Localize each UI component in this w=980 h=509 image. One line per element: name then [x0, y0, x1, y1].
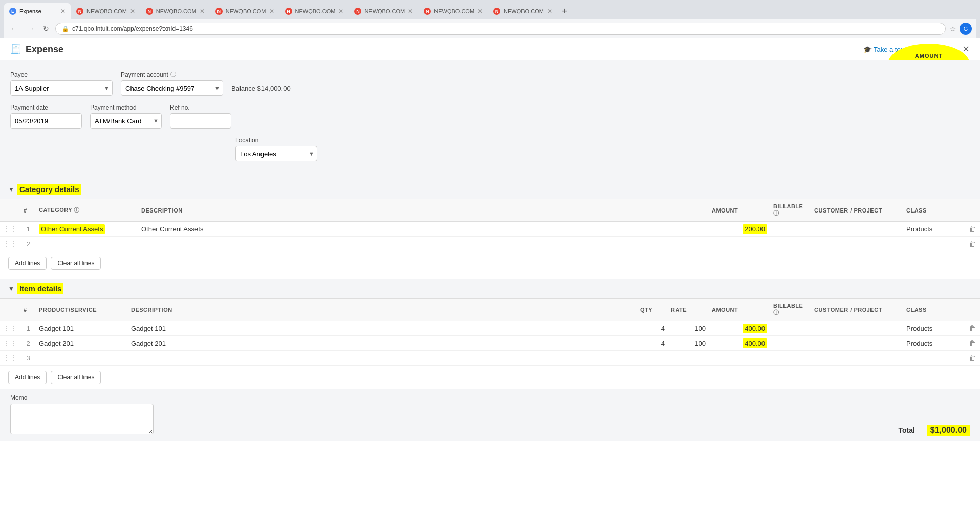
category-toggle-icon[interactable]: ▼	[8, 186, 14, 193]
tab-close-7[interactable]: ✕	[477, 8, 483, 15]
item-row3-class[interactable]	[903, 351, 965, 366]
bookmark-button[interactable]: ☆	[950, 23, 956, 35]
item-row3-description[interactable]	[128, 351, 637, 366]
tab-close-4[interactable]: ✕	[269, 8, 274, 15]
billable-col-info-icon[interactable]: ⓘ	[773, 210, 779, 216]
row2-category[interactable]	[36, 237, 138, 251]
payment-account-row: Chase Checking #9597 ▼ Balance $14,000.0…	[121, 80, 291, 96]
row2-num: 2	[20, 237, 36, 251]
item-row3-rate[interactable]	[668, 351, 709, 366]
item-row1-billable[interactable]	[770, 321, 811, 336]
tab-4[interactable]: N NEWQBO.COM ✕	[210, 3, 279, 19]
item-row2-drag[interactable]: ⋮⋮	[0, 336, 20, 351]
row2-customer[interactable]	[811, 237, 903, 251]
tab-close-expense[interactable]: ✕	[60, 8, 66, 15]
tab-6[interactable]: N NEWQBO.COM ✕	[349, 3, 418, 19]
row1-drag[interactable]: ⋮⋮	[0, 222, 20, 237]
item-row3-delete[interactable]: 🗑	[965, 351, 980, 366]
item-row1-delete[interactable]: 🗑	[965, 321, 980, 336]
row2-billable[interactable]	[770, 237, 811, 251]
item-row2-customer[interactable]	[811, 336, 903, 351]
row1-delete[interactable]: 🗑	[965, 222, 980, 237]
tab-close-3[interactable]: ✕	[200, 8, 205, 15]
item-add-lines-button[interactable]: Add lines	[8, 371, 47, 384]
item-amount-value-2: 400.00	[743, 338, 767, 348]
item-toggle-icon[interactable]: ▼	[8, 285, 14, 292]
row2-drag[interactable]: ⋮⋮	[0, 237, 20, 251]
tab-close-6[interactable]: ✕	[408, 8, 413, 15]
category-customer-col: CUSTOMER / PROJECT	[811, 199, 903, 222]
category-col-info-icon[interactable]: ⓘ	[74, 207, 80, 213]
item-row3-product[interactable]	[36, 351, 128, 366]
reload-button[interactable]: ↻	[41, 24, 51, 34]
row2-delete[interactable]: 🗑	[965, 237, 980, 251]
item-row1-qty[interactable]: 4	[637, 321, 668, 336]
item-row1-drag[interactable]: ⋮⋮	[0, 321, 20, 336]
payment-account-label: Payment account ⓘ	[121, 71, 291, 78]
row2-class[interactable]	[903, 237, 965, 251]
item-billable-info-icon[interactable]: ⓘ	[773, 309, 779, 315]
back-button[interactable]: ←	[8, 23, 20, 34]
forward-button[interactable]: →	[25, 23, 37, 34]
item-details-table-section: # PRODUCT/SERVICE DESCRIPTION QTY RATE A…	[0, 298, 980, 389]
item-row2-class[interactable]: Products	[903, 336, 965, 351]
item-row3-drag[interactable]: ⋮⋮	[0, 351, 20, 366]
item-row2-rate[interactable]: 100	[668, 336, 709, 351]
item-details-title: Item details	[17, 283, 64, 294]
location-select[interactable]: Los Angeles	[235, 146, 317, 161]
item-product-col: PRODUCT/SERVICE	[36, 299, 128, 321]
row1-billable[interactable]	[770, 222, 811, 237]
item-row2-qty[interactable]: 4	[637, 336, 668, 351]
category-clear-lines-button[interactable]: Clear all lines	[51, 257, 101, 270]
tab-5[interactable]: N NEWQBO.COM ✕	[280, 3, 349, 19]
tab-3[interactable]: N NEWQBO.COM ✕	[141, 3, 210, 19]
tab-close-2[interactable]: ✕	[130, 8, 135, 15]
item-row3-billable[interactable]	[770, 351, 811, 366]
row1-description[interactable]: Other Current Assets	[138, 222, 709, 237]
payment-date-input[interactable]	[10, 113, 82, 129]
tab-favicon-7: N	[424, 8, 431, 15]
row1-class[interactable]: Products	[903, 222, 965, 237]
item-row1-description[interactable]: Gadget 101	[128, 321, 637, 336]
item-row3-num: 3	[20, 351, 36, 366]
tab-8[interactable]: N NEWQBO.COM ✕	[488, 3, 557, 19]
ref-no-label: Ref no.	[170, 104, 231, 111]
payment-method-select[interactable]: ATM/Bank Card	[90, 113, 162, 129]
item-row1-num: 1	[20, 321, 36, 336]
tab-label-2: NEWQBO.COM	[86, 8, 127, 14]
item-row2-product[interactable]: Gadget 201	[36, 336, 128, 351]
item-row3-amount[interactable]	[709, 351, 770, 366]
tab-label-3: NEWQBO.COM	[156, 8, 197, 14]
payment-account-select[interactable]: Chase Checking #9597	[121, 80, 223, 96]
ref-no-input[interactable]	[170, 113, 231, 129]
item-clear-lines-button[interactable]: Clear all lines	[51, 371, 101, 384]
category-amount-col: AMOUNT	[709, 199, 770, 222]
row1-category[interactable]: Other Current Assets	[36, 222, 138, 237]
item-row2-billable[interactable]	[770, 336, 811, 351]
item-row1-rate[interactable]: 100	[668, 321, 709, 336]
category-description-col: DESCRIPTION	[138, 199, 709, 222]
item-row2-delete[interactable]: 🗑	[965, 336, 980, 351]
category-add-lines-button[interactable]: Add lines	[8, 257, 47, 270]
payment-account-info-icon[interactable]: ⓘ	[170, 71, 176, 78]
new-tab-button[interactable]: +	[558, 6, 572, 17]
tab-7[interactable]: N NEWQBO.COM ✕	[419, 3, 488, 19]
item-row1-class[interactable]: Products	[903, 321, 965, 336]
category-table-body: ⋮⋮ 1 Other Current Assets Other Current …	[0, 222, 980, 251]
tab-close-5[interactable]: ✕	[338, 8, 343, 15]
item-row1-customer[interactable]	[811, 321, 903, 336]
row2-description[interactable]	[138, 237, 709, 251]
row2-amount[interactable]	[709, 237, 770, 251]
item-row3-qty[interactable]	[637, 351, 668, 366]
row1-customer[interactable]	[811, 222, 903, 237]
item-row3-customer[interactable]	[811, 351, 903, 366]
item-table-actions: Add lines Clear all lines	[0, 366, 980, 389]
item-row1-product[interactable]: Gadget 101	[36, 321, 128, 336]
memo-input[interactable]	[10, 404, 154, 434]
url-bar[interactable]: 🔒 c71.qbo.intuit.com/app/expense?txnId=1…	[55, 23, 946, 35]
tab-close-8[interactable]: ✕	[547, 8, 552, 15]
tab-expense[interactable]: E Expense ✕	[4, 3, 71, 19]
item-row2-description[interactable]: Gadget 201	[128, 336, 637, 351]
tab-2[interactable]: N NEWQBO.COM ✕	[71, 3, 140, 19]
payee-select[interactable]: 1A Supplier	[10, 80, 113, 96]
